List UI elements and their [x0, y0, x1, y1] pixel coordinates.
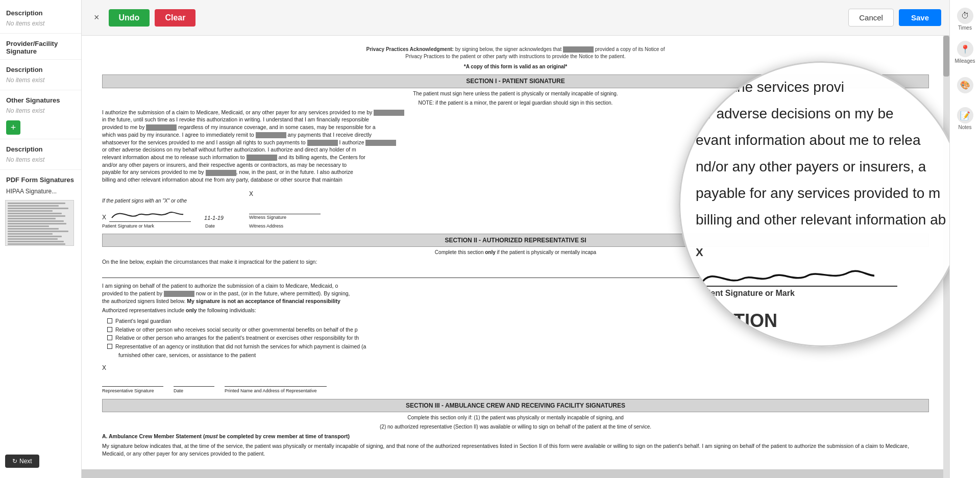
sec2-text3: now or in the past, (or in the future, w… — [194, 290, 350, 296]
sec1-text3: provided to me by — [102, 124, 146, 130]
clear-button[interactable]: Clear — [155, 9, 195, 27]
rep-sig-line[interactable] — [102, 372, 163, 387]
sec2-bold: My signature is not an acceptance of fin… — [187, 298, 340, 304]
sidebar-section-description-mid: Description No items exist — [0, 62, 81, 88]
mileages-button[interactable]: 📍 Mileages — [952, 38, 978, 66]
magnify-text-line3: ter adverse decisions on my be — [696, 103, 948, 124]
next-button[interactable]: ↻ Next — [5, 455, 39, 468]
rep-printed-block: Printed Name and Address of Representati… — [225, 372, 327, 394]
checkbox-label-3: Relative or other person who arranges fo… — [115, 334, 359, 342]
magnify-sig-area: X Patient Signature or Mark — [696, 246, 948, 298]
witness-sig-x: X — [249, 190, 253, 197]
sec1-text6: any payments that I receive directly — [286, 132, 372, 138]
close-button[interactable]: × — [90, 10, 104, 25]
sidebar-title-description-bottom: Description — [0, 141, 81, 155]
redact-8 — [206, 170, 236, 176]
sec1-text13: payable for any services provided to me … — [102, 169, 206, 175]
section3-a-bold: A. Ambulance Crew Member Statement (must… — [102, 433, 350, 439]
signature-modal: × Undo Clear Cancel Save Privacy Practic… — [82, 0, 949, 478]
rep-date-line[interactable] — [174, 372, 214, 387]
redact-5 — [307, 140, 338, 146]
add-other-sig-button[interactable]: + — [6, 120, 20, 135]
magnify-text-line4: evant information about me to relea — [696, 130, 948, 151]
rep-sig-block: X Representative Signature — [102, 364, 163, 394]
checkbox-label-4: Representative of an agency or instituti… — [115, 343, 366, 350]
checkbox-1[interactable] — [107, 318, 112, 323]
witness-sig-line[interactable] — [249, 198, 321, 214]
sec1-text12: and/or any other payers or insurers, and… — [102, 162, 347, 168]
sig-date-value: 11-1-19 — [204, 214, 224, 222]
section3-a-title: A. Ambulance Crew Member Statement (must… — [102, 433, 929, 440]
privacy-title: Privacy Practices Acknowledgment: — [366, 46, 454, 52]
patient-sig-label: Patient Signature or Mark — [102, 223, 154, 230]
magnify-content: a by my insura er for the services provi… — [680, 63, 949, 345]
patient-sig-svg — [109, 205, 191, 221]
times-button[interactable]: ⏱ Times — [952, 5, 978, 33]
redact-3 — [146, 124, 177, 131]
notes-label: Notes — [958, 124, 971, 130]
hipaa-label: HIPAA Signature... — [0, 186, 81, 197]
magnify-sig-svg — [696, 261, 874, 289]
document-content: Privacy Practices Acknowledgment: by sig… — [82, 36, 949, 478]
magnify-text-line5: nd/or any other payers or insurers, a — [696, 156, 948, 178]
rep-sig-row: X Representative Signature Date Printed … — [102, 364, 929, 394]
right-sidebar: ⏱ Times 📍 Mileages 🎨 📝 Notes — [949, 0, 980, 478]
date-label: Date — [205, 223, 215, 230]
patient-sig-line[interactable] — [109, 206, 191, 222]
undo-button[interactable]: Undo — [109, 9, 150, 27]
sec2-text4: the authorized signers listed below. — [102, 298, 187, 304]
checkbox-3[interactable] — [107, 335, 112, 340]
magnify-patient-label: Patient Signature or Mark — [696, 289, 948, 298]
redact-4 — [256, 132, 286, 138]
rep-x: X — [102, 364, 106, 371]
palette-icon: 🎨 — [957, 77, 973, 93]
rep-sig-label: Representative Signature — [102, 388, 154, 393]
mileages-label: Mileages — [954, 58, 975, 64]
times-label: Times — [958, 25, 972, 31]
redact-7 — [247, 155, 277, 161]
checkbox-item-5: furnished other care, services, or assis… — [107, 351, 929, 359]
checkbox-2[interactable] — [107, 327, 112, 332]
checkbox-4[interactable] — [107, 344, 112, 349]
palette-button[interactable]: 🎨 — [952, 71, 978, 99]
magnify-circle: a by my insura er for the services provi… — [679, 61, 949, 347]
rep-printed-line[interactable] — [225, 372, 327, 387]
sec1-text10: relevant information about me to release… — [102, 154, 247, 160]
section3-header: SECTION III - AMBULANCE CREW AND RECEIVI… — [102, 399, 929, 413]
sec2-text2: provided to the patient by — [102, 290, 164, 296]
sec1-text5: which was paid by my insurance. I agree … — [102, 132, 256, 138]
redact-2 — [374, 110, 404, 116]
sidebar-no-items-mid: No items exist — [0, 76, 81, 88]
magnify-sig-line — [696, 261, 897, 287]
redact-9 — [164, 291, 194, 297]
magnify-text-line6: payable for any services provided to m — [696, 183, 948, 204]
next-button-container: ↻ Next — [5, 455, 39, 468]
checkbox-label-5: furnished other care, services, or assis… — [118, 351, 256, 359]
rep-date-label: Date — [174, 388, 183, 393]
privacy-text: by signing below, the signer acknowledge… — [455, 46, 563, 52]
sidebar-title-description: Description — [0, 5, 81, 19]
section3-note2: (2) no authorized representative (Sectio… — [102, 423, 929, 431]
save-button[interactable]: Save — [899, 9, 941, 26]
sidebar-section-pdf-sigs: PDF Form Signatures HIPAA Signature... — [0, 172, 81, 246]
sec1-text15: billing and other relevant information a… — [102, 177, 342, 183]
sidebar-title-description-mid: Description — [0, 62, 81, 76]
sidebar-no-items-bottom: No items exist — [0, 155, 81, 167]
cancel-button[interactable]: Cancel — [848, 9, 894, 27]
notes-icon: 📝 — [957, 107, 973, 123]
sidebar-section-description-bottom: Description No items exist — [0, 141, 81, 167]
sec1-text11: and its billing agents, the Centers for — [277, 154, 365, 160]
sec1-text1: I authorize the submission of a claim to… — [102, 109, 374, 115]
sec1-text7: whatsoever for the services provided to … — [102, 139, 307, 145]
sec1-text4: regardless of my insurance coverage, and… — [177, 124, 375, 130]
sidebar-no-items-other: No items exist — [0, 106, 81, 118]
left-sidebar: Description No items exist Provider/Faci… — [0, 0, 82, 478]
sidebar-thumbnail — [5, 200, 74, 246]
notes-button[interactable]: 📝 Notes — [952, 105, 978, 133]
rep-date-block: Date — [174, 372, 214, 394]
mileages-icon: 📍 — [957, 41, 973, 57]
sec1-text9: or other adverse decisions on my behalf … — [102, 146, 356, 153]
sidebar-title-pdf-sigs: PDF Form Signatures — [0, 172, 81, 186]
magnify-text-line7: billing and other relevant information a… — [696, 209, 948, 231]
next-label: Next — [19, 458, 32, 465]
